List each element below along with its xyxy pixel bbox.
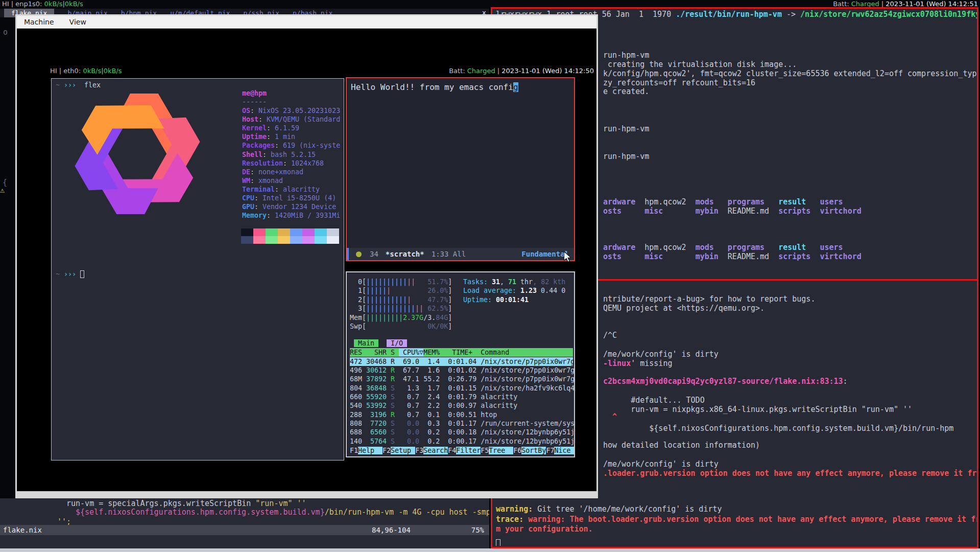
terminal-line: osts misc mybin README.md scripts virtch… [603, 252, 862, 262]
editor-statusline: flake.nix 84,96-104 75% [0, 525, 489, 535]
terminal-line: 68M 37892 R 47.1 55.2 0:26.79 /nix/store… [350, 375, 574, 383]
terminal-line: 2[||||||||||| 47.7%] [350, 295, 452, 304]
color-swatch [278, 236, 290, 244]
emacs-position: 1:33 All [432, 250, 466, 258]
terminal-line: Swp[ 0K/0K] [350, 322, 452, 331]
terminal-line: /^C [603, 331, 617, 340]
terminal-line: creating the virtualisation disk image..… [603, 60, 797, 70]
terminal-line: run-hpm-vm [603, 51, 649, 60]
vm-terminal-window[interactable]: ~ ››› flexme@hpm------OS: NixOS 23.05.20… [51, 78, 344, 461]
terminal-line: m your configuration. [496, 525, 593, 534]
terminal-line: Load average: 1.23 0.44 0 [463, 286, 565, 295]
emacs-window[interactable]: Hello World!! from my emacs config 34 *s… [346, 77, 575, 261]
terminal-line: how detailed location information) [603, 441, 760, 450]
terminal-line: k/config/hpm.qcow2', fmt=qcow2 cluster_s… [603, 70, 977, 79]
terminal-line [496, 538, 500, 546]
nixos-snowflake [71, 91, 204, 214]
terminal-line: GPU: Vendor 1234 Device [242, 202, 336, 211]
terminal-line: Shell: bash 5.2.15 [242, 150, 316, 159]
color-swatch [302, 228, 315, 236]
color-swatch [302, 236, 315, 244]
terminal-line: QEMU project at <https://qemu.org>. [603, 304, 764, 313]
terminal-line: Hello World!! from my emacs config [351, 82, 518, 93]
terminal-line: ~ ››› [56, 270, 84, 279]
color-swatch [241, 228, 253, 236]
terminal-line: 540 53992 S 0.7 2.2 0:00.97 alacritty [350, 401, 517, 410]
color-swatch [241, 236, 253, 244]
editor-window[interactable]: run-vm = specialArgs.pkgs.writeScriptBin… [0, 498, 489, 548]
color-swatch [253, 228, 266, 236]
emacs-buffer: Hello World!! from my emacs config [347, 78, 574, 248]
terminal-line: CPU: Intel i5-8250U (4) [242, 194, 336, 202]
terminal-line: Host: KVM/QEMU (Standard [242, 115, 340, 124]
terminal-line: RES SHR S CPU%▽MEM% TIME+ Command [350, 348, 573, 357]
terminal-line: 288 3196 R 0.7 0.1 0:00.51 htop [350, 410, 497, 419]
terminal-line: OS: NixOS 23.05.20231023 [242, 106, 340, 115]
modeline-accent-bar [347, 248, 349, 260]
terminal-line: 140 5764 S 0.0 0.2 0:00.17 /nix/store/12… [350, 437, 574, 446]
terminal-line: Main I/O [350, 339, 407, 348]
terminal-line: Mem[|||||||||2.37G/3.84G] [350, 313, 452, 322]
editor-filename: flake.nix [3, 525, 42, 535]
terminal-line: -linux' missing [603, 359, 672, 369]
terminal-line: 808 7720 S 0.0 0.3 0:01.17 /run/current-… [350, 419, 574, 428]
terminal-line: DE: none+xmonad [242, 168, 303, 176]
terminal-line: ${self.nixosConfigurations.hpm.config.sy… [76, 508, 489, 517]
terminal-line: warning: Git tree '/home/me/work/config'… [496, 505, 722, 514]
terminal-line: 472 30468 R 69.0 1.4 0:01.04 /nix/store/… [350, 357, 573, 366]
terminal-line: c2bcsm4xmj0vd0capi9q2yc0yzl87-source/fla… [603, 377, 848, 386]
terminal-line: Batt: Charged | 2023-11-01 (Wed) 14:12:5… [449, 67, 594, 75]
terminal-line: ⚠ [0, 186, 5, 195]
qemu-vm-window[interactable]: Machine View HI | eth0: 0kB/s|0kB/sBatt:… [15, 14, 598, 498]
terminal-line: Resolution: 1024x768 [242, 159, 324, 168]
terminal-line: ~ ››› flex [56, 81, 101, 89]
menu-machine[interactable]: Machine [24, 18, 54, 26]
terminal-line: 804 36848 S 1.3 1.7 0:01.15 /nix/store/h… [350, 384, 574, 393]
terminal-line: 3[|||||||||||||| 62.5%] [350, 304, 452, 313]
color-swatch [253, 236, 266, 244]
emacs-major-mode[interactable]: Fundamental [521, 250, 569, 258]
nixos-logo [71, 91, 204, 214]
htop-content: 0[|||||||||||| 51.7%] 1[|||||| 26.0%] 2[… [347, 272, 574, 456]
terminal-line: /me/work/config' is dirty [603, 350, 719, 359]
buffer-state-icon [356, 251, 362, 257]
terminal-line: run-vm = nixpkgs.x86_64-linux.pkgs.write… [603, 405, 912, 415]
terminal-line: Terminal: alacritty [242, 185, 320, 194]
terminal-line: .loader.grub.version option does not hav… [603, 469, 977, 478]
terminal-line: me@hpm [242, 89, 267, 98]
color-swatch [327, 228, 339, 236]
terminal-line: Uptime: 1 min [242, 132, 295, 141]
vm-status-bar: HI | eth0: 0kB/s|0kB/sBatt: Charged | 20… [49, 67, 595, 76]
color-swatch [266, 228, 278, 236]
terminal-line: WM: xmonad [242, 176, 283, 185]
terminal-line: Packages: 619 (nix-syste [242, 141, 340, 150]
color-swatch [315, 236, 327, 244]
terminal-line: Tasks: 31, 71 thr, 82 kth [463, 278, 565, 286]
terminal-line: run-hpm-vm [603, 152, 649, 162]
terminal-line: e created. [603, 87, 649, 97]
emacs-buffer-number: 34 [370, 250, 378, 258]
emacs-buffer-name: *scratch* [386, 250, 424, 258]
emacs-modeline: 34 *scratch* 1:33 All Fundamental [347, 248, 574, 260]
terminal-color-palette [241, 228, 339, 244]
editor-cursor-position: 84,96-104 [372, 525, 411, 535]
terminal-line: HI | eth0: 0kB/s|0kB/s [50, 67, 122, 75]
color-swatch [290, 236, 302, 244]
terminal-line: 1[|||||| 26.0%] [350, 286, 452, 295]
terminal-line: trace: warning: The boot.loader.grub.ver… [496, 515, 977, 524]
color-swatch [327, 236, 339, 244]
terminal-line: ardware hpm.qcow2 mods programs result u… [603, 198, 843, 207]
terminal-line: osts misc mybin README.md scripts virtch… [603, 207, 862, 216]
terminal-line: o [3, 28, 8, 37]
menu-view[interactable]: View [69, 18, 86, 26]
terminal-line: ${self.nixosConfigurations.hpm.config.sy… [603, 424, 953, 433]
editor-content: run-vm = specialArgs.pkgs.writeScriptBin… [0, 498, 489, 525]
terminal-line: 0[|||||||||||| 51.7%] [350, 278, 452, 286]
terminal-line: Uptime: 00:01:41 [463, 295, 529, 304]
terminal-line: Memory: 1420MiB / 3931Mi [242, 211, 340, 220]
terminal-line: 688 6560 S 0.0 0.2 0:00.18 /nix/store/12… [350, 428, 574, 436]
mouse-cursor [564, 251, 572, 263]
terminal-line: Kernel: 6.1.59 [242, 124, 299, 132]
screen-bottom-border [0, 548, 980, 552]
htop-window[interactable]: 0[|||||||||||| 51.7%] 1[|||||| 26.0%] 2[… [346, 271, 575, 457]
